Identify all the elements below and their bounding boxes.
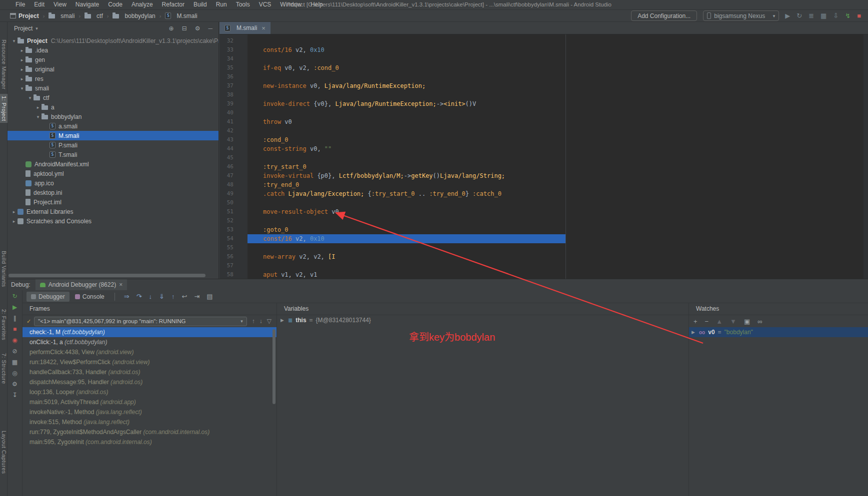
line-number[interactable]: 53	[220, 225, 248, 234]
chevron-right-icon[interactable]: ▸	[18, 57, 26, 62]
force-step-into-button[interactable]: ⇓	[156, 293, 168, 300]
chevron-right-icon[interactable]: ▸	[18, 76, 26, 81]
code-line[interactable]: 45	[220, 153, 863, 162]
menu-build[interactable]: Build	[189, 0, 212, 9]
close-icon[interactable]: ×	[119, 281, 122, 288]
code-line[interactable]: 48:try_end_0	[220, 180, 863, 189]
profiler-button[interactable]: ≣	[808, 12, 814, 19]
duplicate-watch-button[interactable]: ▣	[744, 318, 750, 325]
line-number[interactable]: 35	[220, 63, 248, 72]
show-execution-point-button[interactable]: ⇒	[120, 293, 133, 300]
line-number[interactable]: 41	[220, 117, 248, 126]
tool-stripe-7-structure[interactable]: 7: Structure	[0, 351, 8, 386]
menu-file[interactable]: File	[11, 0, 30, 9]
drop-frame-button[interactable]: ↩	[178, 293, 190, 300]
line-number[interactable]: 36	[220, 72, 248, 81]
pause-button[interactable]: ∥	[14, 315, 16, 322]
previous-frame-button[interactable]: ↑	[252, 318, 255, 325]
menu-vcs[interactable]: VCS	[254, 0, 276, 9]
frame-row[interactable]: performClick:4438, View (android.view)	[22, 347, 276, 357]
menu-navigate[interactable]: Navigate	[71, 0, 104, 9]
breadcrumb-item-ctf[interactable]: ctf	[84, 12, 103, 19]
line-number[interactable]: 42	[220, 126, 248, 135]
breadcrumb-item-project[interactable]: Project	[10, 12, 39, 19]
frame-row[interactable]: run:18422, View$PerformClick (android.vi…	[22, 357, 276, 367]
code-editor[interactable]: 3233const/16 v2, 0x103435if-eq v0, v2, :…	[220, 34, 863, 279]
line-number[interactable]: 47	[220, 171, 248, 180]
instant-run-button[interactable]: ↯	[845, 12, 850, 19]
tree-item-project-iml[interactable]: Project.iml	[8, 197, 218, 207]
debug-tab-console[interactable]: Console	[70, 292, 109, 302]
tree-item-desktop-ini[interactable]: desktop.ini	[8, 188, 218, 197]
code-line[interactable]: 38	[220, 90, 863, 99]
frame-row[interactable]: main:5019, ActivityThread (android.app)	[22, 397, 276, 407]
code-line[interactable]: 42	[220, 126, 863, 135]
horizontal-scrollbar[interactable]	[8, 274, 206, 277]
tree-item-bobbydylan[interactable]: ▾bobbydylan	[8, 112, 218, 121]
tree-item-app-ico[interactable]: app.ico	[8, 178, 218, 188]
tree-item-gen[interactable]: ▸gen	[8, 55, 218, 64]
code-line[interactable]: 53:goto_0	[220, 225, 863, 234]
chevron-right-icon[interactable]: ▸	[10, 209, 18, 214]
menu-refactor[interactable]: Refactor	[158, 0, 189, 9]
tree-item-androidmanifest-xml[interactable]: AndroidManifest.xml	[8, 159, 218, 169]
filter-button[interactable]: ▽	[267, 318, 272, 325]
code-line[interactable]: 37new-instance v0, Ljava/lang/RuntimeExc…	[220, 81, 863, 90]
step-out-button[interactable]: ↑	[168, 293, 178, 300]
thread-selector[interactable]: "<1> main"@831,425,067,992 in group "mai…	[34, 317, 247, 326]
tree-item-project[interactable]: ▾ProjectC:\Users\111\Desktop\soft\Androi…	[8, 36, 218, 45]
menu-tools[interactable]: Tools	[232, 0, 254, 9]
line-number[interactable]: 40	[220, 108, 248, 117]
chevron-right-icon[interactable]: ▸	[10, 219, 18, 224]
run-button[interactable]: ▶	[785, 12, 790, 19]
settings-icon[interactable]: ⚙	[12, 381, 18, 388]
code-line[interactable]: 57	[220, 261, 863, 270]
frame-row[interactable]: onClick:-1, a (ctf.bobbydylan)	[22, 337, 276, 347]
rerun-button[interactable]: ↻	[12, 293, 17, 300]
line-number[interactable]: 52	[220, 216, 248, 225]
tree-item-a-smali[interactable]: Sa.smali	[8, 121, 218, 131]
debug-tab-debugger[interactable]: Debugger	[26, 292, 70, 302]
chevron-down-icon[interactable]: ▾	[10, 38, 18, 43]
project-panel-title[interactable]: Project	[14, 25, 32, 32]
menu-view[interactable]: View	[49, 0, 71, 9]
code-line[interactable]: 33const/16 v2, 0x10	[220, 45, 863, 54]
tool-stripe-resource-manager[interactable]: Resource Manager	[0, 37, 8, 91]
stop-button[interactable]: ■	[13, 326, 16, 333]
code-line[interactable]: 43:cond_0	[220, 135, 863, 144]
view-breakpoints-button[interactable]: ◉	[12, 337, 17, 344]
settings-icon[interactable]: ⚙	[195, 25, 200, 32]
frame-row[interactable]: dispatchMessage:95, Handler (android.os)	[22, 377, 276, 387]
line-number[interactable]: 46	[220, 162, 248, 171]
line-number[interactable]: 51	[220, 207, 248, 216]
resume-button[interactable]: ▶	[12, 304, 17, 311]
next-frame-button[interactable]: ↓	[260, 318, 262, 325]
menu-code[interactable]: Code	[104, 0, 127, 9]
code-line[interactable]: 44const-string v0, ""	[220, 144, 863, 153]
line-number[interactable]: 50	[220, 198, 248, 207]
tree-item-external-libraries[interactable]: ▸External Libraries	[8, 207, 218, 216]
run-to-cursor-button[interactable]: ⇥	[190, 293, 203, 300]
apply-changes-button[interactable]: ↻	[796, 12, 802, 19]
tree-item-res[interactable]: ▸res	[8, 74, 218, 83]
tree-item-t-smali[interactable]: ST.smali	[8, 150, 218, 159]
code-line[interactable]: 49.catch Ljava/lang/Exception; {:try_sta…	[220, 189, 863, 198]
code-line[interactable]: 41throw v0	[220, 117, 863, 126]
breadcrumb-item-bobbydylan[interactable]: bobbydylan	[112, 12, 155, 19]
pin-button[interactable]: ↧	[12, 392, 17, 399]
tree-item-a[interactable]: ▸a	[8, 102, 218, 112]
code-line[interactable]: 50	[220, 198, 863, 207]
step-over-button[interactable]: ↷	[133, 293, 146, 300]
menu-edit[interactable]: Edit	[30, 0, 49, 9]
attach-debugger-button[interactable]: ⇩	[833, 12, 838, 19]
device-selector[interactable]: bigsamsung Nexus ▾	[703, 10, 779, 21]
frame-row[interactable]: invokeNative:-1, Method (java.lang.refle…	[22, 407, 276, 417]
add-configuration-button[interactable]: Add Configuration...	[631, 10, 697, 21]
line-number[interactable]: 55	[220, 243, 248, 252]
code-line[interactable]: 35if-eq v0, v2, :cond_0	[220, 63, 863, 72]
debug-session-tab[interactable]: Android Debugger (8622) ×	[36, 279, 127, 290]
code-line[interactable]: 55	[220, 243, 863, 252]
code-line[interactable]: 51move-result-object v0	[220, 207, 863, 216]
code-line[interactable]: 40	[220, 108, 863, 117]
code-line[interactable]: 52	[220, 216, 863, 225]
